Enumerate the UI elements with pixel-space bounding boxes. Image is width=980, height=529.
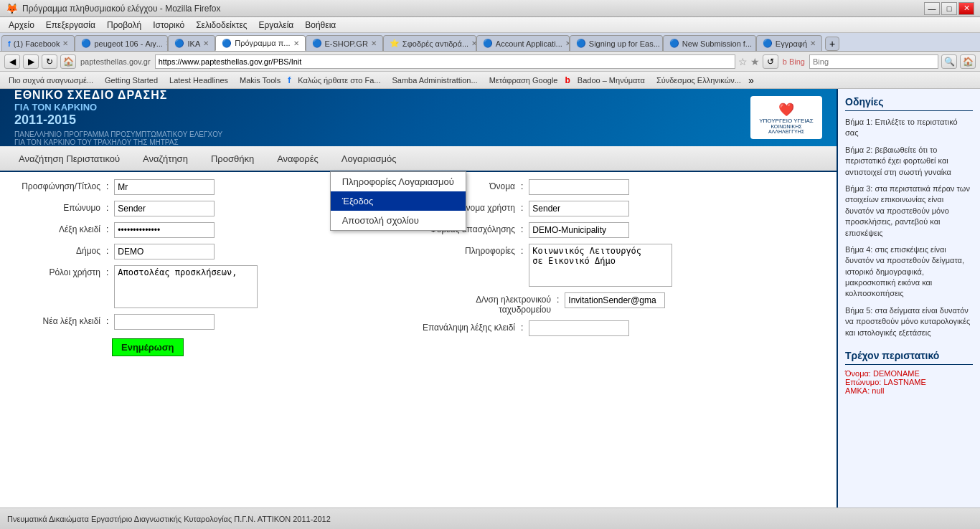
tab-newsubmission[interactable]: 🔵 New Submission f... ✕ bbox=[663, 35, 756, 51]
menu-tools[interactable]: Εργαλεία bbox=[253, 19, 300, 32]
bookmark-makis[interactable]: Makis Tools bbox=[235, 75, 285, 86]
home-button[interactable]: 🏠 bbox=[60, 54, 76, 69]
nav-account[interactable]: Λογαριασμός Πληροφορίες Λογαριασμού Έξοδ… bbox=[330, 146, 408, 171]
form-row-email: Δ/νση ηλεκτρονικού ταχυδρομείου : bbox=[422, 292, 829, 315]
dropdown-send-comment[interactable]: Αποστολή σχολίου bbox=[331, 211, 466, 230]
bookmark-headlines[interactable]: Latest Headlines bbox=[165, 75, 232, 86]
nav-search[interactable]: Αναζήτηση bbox=[131, 146, 199, 171]
input-username[interactable] bbox=[529, 201, 629, 216]
refresh-button[interactable]: ↺ bbox=[763, 54, 778, 69]
home2-button[interactable]: 🏠 bbox=[960, 54, 976, 69]
back-button[interactable]: ◀ bbox=[4, 54, 20, 69]
tab-peugeot[interactable]: 🔵 peugeot 106 - Αιγ... ✕ bbox=[75, 35, 168, 51]
bookmark-getting-started[interactable]: Getting Started bbox=[100, 75, 162, 86]
tab-close-icon[interactable]: ✕ bbox=[810, 39, 816, 47]
menu-bookmarks[interactable]: Σελιδοδείκτες bbox=[190, 19, 253, 32]
address-input[interactable] bbox=[155, 54, 735, 69]
bookmarks-more-icon[interactable]: » bbox=[748, 75, 754, 86]
input-password[interactable] bbox=[114, 222, 215, 238]
window-controls[interactable]: — □ ✕ bbox=[924, 2, 974, 15]
nav-reports[interactable]: Αναφορές bbox=[265, 146, 330, 171]
tab-ika[interactable]: 🔵 IKA ✕ bbox=[168, 35, 215, 51]
reload-button[interactable]: ↻ bbox=[42, 54, 57, 69]
form-row-dimos: Δήμος : bbox=[7, 244, 415, 259]
update-button[interactable]: Ενημέρωση bbox=[112, 338, 184, 356]
tab-close-icon[interactable]: ✕ bbox=[471, 39, 476, 47]
label-roles: Ρόλοι χρήστη bbox=[7, 265, 100, 277]
browser-title-bar: 🦊 Πρόγραμμα πληθυσμιακού ελέγχου - Mozil… bbox=[0, 0, 980, 17]
sidebar-current-surname: Επώνυμο: LASTNAME bbox=[845, 378, 973, 386]
tab-label: E-SHOP.GR bbox=[325, 39, 368, 48]
header-year: 2011-2015 bbox=[14, 113, 222, 128]
new-tab-button[interactable]: + bbox=[825, 37, 839, 51]
maximize-button[interactable]: □ bbox=[941, 2, 957, 15]
tab-favicon: 🔵 bbox=[174, 39, 184, 48]
tab-close-icon[interactable]: ✕ bbox=[62, 39, 68, 47]
menu-view[interactable]: Προβολή bbox=[101, 19, 147, 32]
textarea-roles[interactable]: Αποστολέας προσκλήσεων, bbox=[114, 265, 258, 308]
label-newpassword: Νέα λέξη κλειδί bbox=[7, 314, 100, 326]
menu-edit[interactable]: Επεξεργασία bbox=[40, 19, 101, 32]
search-go-button[interactable]: 🔍 bbox=[941, 54, 957, 69]
form-row-info: Πληροφορίες : Κοινωνικός Λειτουργός σε Ε… bbox=[422, 244, 829, 287]
nav-search-perisatatiko[interactable]: Αναζήτηση Περιστατικού bbox=[7, 146, 131, 171]
input-name[interactable] bbox=[529, 179, 629, 195]
search-input[interactable] bbox=[809, 54, 938, 69]
tab-close-icon[interactable]: ✕ bbox=[293, 39, 299, 47]
nav-add[interactable]: Προσθήκη bbox=[199, 146, 265, 171]
input-email[interactable] bbox=[565, 292, 665, 308]
bookmark-facebook[interactable]: Καλώς ήρθατε στο Fa... bbox=[293, 75, 385, 86]
address-bar: ◀ ▶ ↻ 🏠 paptesthellas.gov.gr ☆ ★ ↺ b Bin… bbox=[0, 52, 980, 72]
menu-file[interactable]: Αρχείο bbox=[3, 19, 40, 32]
tab-close-icon[interactable]: ✕ bbox=[565, 39, 570, 47]
input-surname[interactable] bbox=[114, 201, 215, 216]
dropdown-logout[interactable]: Έξοδος bbox=[331, 191, 466, 211]
bookmark-star2-icon[interactable]: ★ bbox=[750, 56, 760, 67]
domain-text: paptesthellas.gov.gr bbox=[79, 57, 152, 66]
sidebar-step-1: Βήμα 1: Επιλέξτε το περιστατικό σας bbox=[845, 117, 973, 139]
label-title: Προσφώνηση/Τίτλος bbox=[7, 179, 100, 191]
input-foreis[interactable] bbox=[529, 222, 629, 238]
sidebar-step-4: Βήμα 4: στις επισκέψεις είναι δυνατόν να… bbox=[845, 244, 973, 300]
tab-facebook[interactable]: f (1) Facebook ✕ bbox=[1, 35, 75, 51]
tab-account[interactable]: 🔵 Account Applicati... ✕ bbox=[476, 35, 570, 51]
form-right: Όνομα : Όνομα χρήστη : Φορέας απασχόληση… bbox=[422, 179, 829, 362]
bookmark-star-icon[interactable]: ☆ bbox=[738, 56, 748, 67]
bookmark-samba[interactable]: Samba Administrattion... bbox=[387, 75, 481, 86]
input-newpassword[interactable] bbox=[114, 314, 215, 330]
tab-signing[interactable]: 🔵 Signing up for Eas... ✕ bbox=[570, 35, 663, 51]
tab-close-icon[interactable]: ✕ bbox=[203, 39, 209, 47]
label-info: Πληροφορίες bbox=[422, 244, 515, 256]
textarea-info[interactable]: Κοινωνικός Λειτουργός σε Εικονικό Δήμο bbox=[529, 244, 672, 287]
tab-eshop[interactable]: 🔵 E-SHOP.GR ✕ bbox=[306, 35, 383, 51]
tab-favicon: 🔵 bbox=[576, 39, 586, 48]
tab-eggrafi[interactable]: 🔵 Εγγραφή ✕ bbox=[756, 35, 822, 51]
status-bar: Πνευματικά Δικαιώματα Εργαστήριο Διαγνωσ… bbox=[0, 507, 980, 529]
input-dimos[interactable] bbox=[114, 244, 215, 259]
form-row-update: Ενημέρωση bbox=[7, 335, 415, 356]
tab-close-icon[interactable]: ✕ bbox=[371, 39, 377, 47]
dropdown-account-info[interactable]: Πληροφορίες Λογαριασμού bbox=[331, 172, 466, 191]
bookmark-badoo-icon: b bbox=[565, 75, 570, 85]
input-repeat-password[interactable] bbox=[529, 320, 629, 336]
menu-help[interactable]: Βοήθεια bbox=[299, 19, 341, 32]
tab-sfodres[interactable]: ⭐ Σφοδρές αντιδρά... ✕ bbox=[383, 35, 476, 51]
tab-favicon: 🔵 bbox=[312, 39, 322, 48]
tab-favicon: 🔵 bbox=[483, 39, 493, 48]
tab-programma[interactable]: 🔵 Πρόγραμμα π... ✕ bbox=[215, 35, 305, 51]
bookmark-badoo[interactable]: Badoo – Μηνύματα bbox=[573, 75, 649, 86]
close-button[interactable]: ✕ bbox=[958, 2, 974, 15]
bookmark-syndemos[interactable]: Σύνδεσμος Ελληνικών... bbox=[652, 75, 745, 86]
label-password: Λέξη κλειδί bbox=[7, 222, 100, 234]
form-row-roles: Ρόλοι χρήστη : Αποστολέας προσκλήσεων, bbox=[7, 265, 415, 308]
status-text: Πνευματικά Δικαιώματα Εργαστήριο Διαγνωσ… bbox=[7, 515, 331, 523]
forward-button[interactable]: ▶ bbox=[23, 54, 39, 69]
input-title[interactable] bbox=[114, 179, 215, 195]
minimize-button[interactable]: — bbox=[924, 2, 940, 15]
header-title-sub: ΓΙΑ ΤΟΝ ΚΑΡΚΙΝΟ bbox=[14, 102, 222, 113]
label-repeat-password: Επανάληψη λέξης κλειδί bbox=[422, 320, 515, 333]
bookmark-translate[interactable]: Μετάφραση Google bbox=[485, 75, 562, 86]
menu-history[interactable]: Ιστορικό bbox=[147, 19, 190, 32]
bookmark-frequent[interactable]: Πιο συχνά αναγνωσμέ... bbox=[4, 75, 98, 86]
form-row-name: Όνομα : bbox=[422, 179, 829, 195]
